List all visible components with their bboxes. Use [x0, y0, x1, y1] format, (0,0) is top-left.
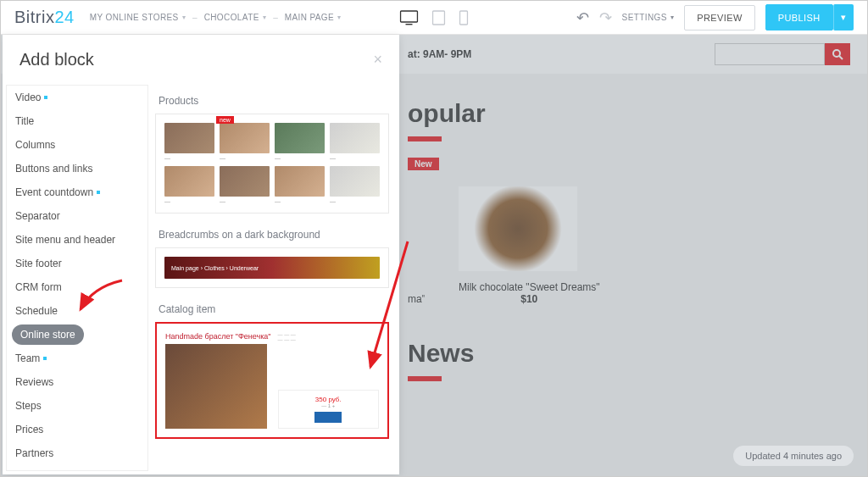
- svg-rect-1: [406, 24, 413, 25]
- category-list[interactable]: VideoTitleColumnsButtons and linksEvent …: [6, 85, 148, 471]
- category-item[interactable]: Video: [7, 86, 147, 109]
- block-breadcrumbs[interactable]: Main page › Clothes › Underwear: [155, 247, 389, 288]
- category-item[interactable]: Event countdown: [7, 180, 147, 204]
- category-item[interactable]: CRM form: [7, 275, 147, 299]
- catalog-image: [165, 344, 267, 429]
- block-preview-list[interactable]: Products — new— — — — — — — Breadcrumbs …: [148, 85, 396, 471]
- category-item[interactable]: Separator: [7, 204, 147, 228]
- close-icon[interactable]: ×: [373, 51, 382, 69]
- publish-dropdown[interactable]: ▾: [833, 4, 854, 31]
- add-block-modal: Add block × VideoTitleColumnsButtons and…: [3, 35, 399, 474]
- svg-rect-2: [433, 11, 445, 25]
- block-label: Catalog item: [155, 293, 389, 322]
- modal-title: Add block: [19, 50, 94, 69]
- category-item[interactable]: Online store: [12, 324, 84, 345]
- category-item[interactable]: Title: [7, 109, 147, 133]
- updated-badge: Updated 4 minutes ago: [733, 446, 854, 466]
- svg-rect-3: [460, 11, 468, 25]
- settings-link[interactable]: SETTINGS▾: [622, 13, 675, 22]
- svg-rect-0: [401, 11, 418, 22]
- publish-button[interactable]: PUBLISH: [765, 4, 833, 31]
- phone-icon[interactable]: [459, 10, 469, 25]
- category-item[interactable]: Site menu and header: [7, 228, 147, 252]
- category-item[interactable]: Team: [7, 347, 147, 370]
- block-catalog-item[interactable]: Handmade браслет "Фенечка" — — —— — — 35…: [155, 322, 389, 439]
- category-item[interactable]: About: [7, 465, 147, 471]
- crumb-my-stores[interactable]: MY ONLINE STORES▾: [90, 13, 186, 22]
- block-label: Products: [155, 85, 389, 114]
- undo-icon[interactable]: ↶: [576, 8, 589, 27]
- category-item[interactable]: Reviews: [7, 370, 147, 394]
- block-label: Breadcrumbs on a dark background: [155, 219, 389, 247]
- crumb-main-page[interactable]: MAIN PAGE▾: [285, 13, 342, 22]
- category-item[interactable]: Site footer: [7, 252, 147, 275]
- redo-icon[interactable]: ↷: [599, 8, 612, 27]
- desktop-icon[interactable]: [400, 10, 419, 25]
- top-bar: Bitrix24 MY ONLINE STORES▾ – CHOCOLATE▾ …: [1, 1, 867, 35]
- category-item[interactable]: Columns: [7, 133, 147, 157]
- tablet-icon[interactable]: [432, 10, 446, 25]
- category-item[interactable]: Partners: [7, 441, 147, 465]
- category-item[interactable]: Prices: [7, 418, 147, 441]
- category-item[interactable]: Steps: [7, 394, 147, 418]
- block-products[interactable]: — new— — — — — — —: [155, 114, 389, 214]
- preview-button[interactable]: PREVIEW: [684, 5, 755, 31]
- buy-button-preview: [314, 412, 342, 423]
- crumb-chocolate[interactable]: CHOCOLATE▾: [204, 13, 267, 22]
- brand-logo: Bitrix24: [14, 8, 75, 27]
- category-item[interactable]: Schedule: [7, 299, 147, 323]
- device-switch: [400, 10, 469, 25]
- category-item[interactable]: Buttons and links: [7, 157, 147, 180]
